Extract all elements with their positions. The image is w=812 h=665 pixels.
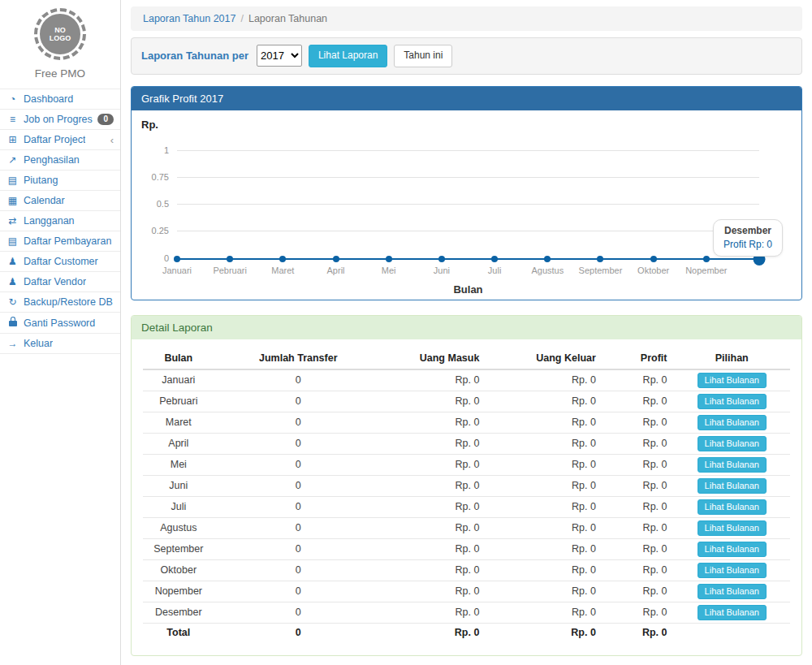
profit-chart: Rp. 1 0.75 0.5 0.25 0 JanuariPebruariMar… — [132, 110, 801, 300]
cell-uang-masuk: Rp. 0 — [382, 412, 486, 433]
cell-total-label: Total — [143, 623, 214, 642]
col-bulan: Bulan — [143, 348, 214, 369]
col-uang-keluar: Uang Keluar — [486, 348, 602, 369]
sidebar-item-daftar-pembayaran[interactable]: ▤ Daftar Pembayaran — [0, 231, 120, 252]
lihat-bulanan-button[interactable]: Lihat Bulanan — [698, 415, 767, 430]
cell-uang-masuk: Rp. 0 — [382, 581, 486, 602]
gridline — [177, 204, 759, 205]
cell-bulan: Januari — [143, 369, 214, 391]
sidebar-item-dashboard[interactable]: ◔ Dashboard — [0, 89, 120, 110]
data-point-agustus[interactable] — [544, 256, 551, 262]
data-point-januari[interactable] — [174, 256, 180, 262]
lihat-laporan-button[interactable]: Lihat Laporan — [309, 45, 387, 67]
table-row: Mei 0 Rp. 0 Rp. 0 Rp. 0 Lihat Bulanan — [143, 454, 790, 475]
x-tick-label: Oktober — [637, 266, 669, 275]
cell-uang-masuk: Rp. 0 — [382, 454, 486, 475]
breadcrumb-current: Laporan Tahunan — [248, 13, 327, 24]
profit-chart-panel: Grafik Profit 2017 Rp. 1 0.75 0.5 0.25 0… — [131, 86, 802, 300]
report-filter-bar: Laporan Tahunan per 2017 Lihat Laporan T… — [131, 37, 802, 75]
data-point-mei[interactable] — [386, 256, 392, 262]
table-row: Agustus 0 Rp. 0 Rp. 0 Rp. 0 Lihat Bulana… — [143, 517, 790, 538]
sign-out-icon: → — [6, 338, 19, 349]
cell-bulan: April — [143, 433, 214, 454]
cell-uang-keluar: Rp. 0 — [486, 475, 602, 496]
col-jumlah-transfer: Jumlah Transfer — [214, 348, 382, 369]
chart-grid: 1 0.75 0.5 0.25 0 — [141, 150, 792, 258]
lihat-bulanan-button[interactable]: Lihat Bulanan — [698, 542, 767, 557]
cell-profit: Rp. 0 — [603, 559, 674, 581]
y-tick-label: 0.5 — [141, 199, 169, 209]
cell-profit: Rp. 0 — [603, 369, 674, 391]
y-tick-label: 0 — [141, 253, 169, 263]
cell-total-profit: Rp. 0 — [603, 623, 674, 642]
lihat-bulanan-button[interactable]: Lihat Bulanan — [698, 563, 767, 578]
x-axis-title: Bulan — [177, 283, 759, 296]
chart-grid-row: 0.5 — [141, 204, 792, 231]
sidebar-item-calendar[interactable]: ▦ Calendar — [0, 191, 120, 211]
sidebar-item-label: Daftar Pembayaran — [24, 235, 111, 247]
lihat-bulanan-button[interactable]: Lihat Bulanan — [698, 584, 767, 599]
cell-bulan: Maret — [143, 412, 214, 433]
y-tick-label: 1 — [141, 145, 169, 155]
app-window: NO LOGO Free PMO ◔ Dashboard ≡ Job on Pr… — [0, 0, 812, 665]
sidebar-item-label: Piutang — [24, 175, 58, 186]
sidebar-item-label: Penghasilan — [24, 154, 80, 166]
cell-profit: Rp. 0 — [603, 538, 674, 559]
gridline — [177, 231, 759, 231]
data-point-oktober[interactable] — [650, 256, 657, 262]
cell-uang-masuk: Rp. 0 — [382, 496, 486, 517]
table-row: Juni 0 Rp. 0 Rp. 0 Rp. 0 Lihat Bulanan — [143, 475, 790, 496]
lihat-bulanan-button[interactable]: Lihat Bulanan — [698, 457, 767, 473]
sidebar-item-label: Ganti Password — [24, 317, 95, 329]
data-point-september[interactable] — [597, 256, 603, 262]
cell-uang-masuk: Rp. 0 — [382, 433, 486, 454]
data-point-maret[interactable] — [279, 256, 286, 262]
cell-bulan: Juli — [143, 496, 214, 517]
detail-report-panel: Detail Laporan Bulan Jumlah Transfer Uan… — [131, 315, 802, 657]
lihat-bulanan-button[interactable]: Lihat Bulanan — [698, 605, 767, 620]
lihat-bulanan-button[interactable]: Lihat Bulanan — [698, 499, 767, 515]
sidebar-item-piutang[interactable]: ▤ Piutang — [0, 171, 120, 191]
cell-profit: Rp. 0 — [603, 391, 674, 412]
cell-uang-masuk: Rp. 0 — [382, 602, 486, 623]
breadcrumb-link[interactable]: Laporan Tahun 2017 — [143, 13, 235, 24]
lihat-bulanan-button[interactable]: Lihat Bulanan — [698, 520, 767, 536]
data-point-april[interactable] — [333, 256, 339, 262]
sidebar-item-keluar[interactable]: → Keluar — [0, 334, 120, 354]
cell-jumlah-transfer: 0 — [214, 517, 382, 538]
chart-grid-row: 0.25 — [141, 231, 792, 257]
sidebar-item-penghasilan[interactable]: ↗ Penghasilan — [0, 150, 120, 171]
data-point-juni[interactable] — [438, 256, 445, 262]
year-select[interactable]: 2017 — [257, 45, 302, 67]
data-point-pebruari[interactable] — [227, 256, 233, 262]
cell-total-keluar: Rp. 0 — [486, 623, 602, 642]
tahun-ini-button[interactable]: Tahun ini — [394, 45, 452, 67]
data-point-juli[interactable] — [491, 256, 498, 262]
sidebar-item-daftar-vendor[interactable]: ♟ Daftar Vendor — [0, 272, 120, 292]
sidebar-item-langganan[interactable]: ⇄ Langganan — [0, 211, 120, 231]
cell-profit: Rp. 0 — [603, 496, 674, 517]
report-table: Bulan Jumlah Transfer Uang Masuk Uang Ke… — [143, 348, 790, 643]
lihat-bulanan-button[interactable]: Lihat Bulanan — [698, 436, 767, 451]
sidebar-item-job-on-progress[interactable]: ≡ Job on Progress 0 — [0, 110, 120, 130]
lihat-bulanan-button[interactable]: Lihat Bulanan — [698, 373, 767, 388]
cell-uang-masuk: Rp. 0 — [382, 369, 486, 391]
count-badge: 0 — [97, 114, 114, 125]
cell-bulan: September — [143, 538, 214, 559]
table-row: Juli 0 Rp. 0 Rp. 0 Rp. 0 Lihat Bulanan — [143, 496, 790, 517]
sidebar-item-daftar-project[interactable]: ⊞ Daftar Project ‹ — [0, 130, 120, 150]
cell-total-transfer: 0 — [214, 623, 382, 642]
sidebar-item-backup-restore-db[interactable]: ↻ Backup/Restore DB — [0, 292, 120, 313]
cell-uang-keluar: Rp. 0 — [486, 517, 602, 538]
cell-profit: Rp. 0 — [603, 412, 674, 433]
data-point-nopember[interactable] — [703, 256, 710, 262]
lihat-bulanan-button[interactable]: Lihat Bulanan — [698, 394, 767, 409]
users-icon: ♟ — [6, 256, 19, 267]
cell-jumlah-transfer: 0 — [214, 602, 382, 623]
sidebar-item-label: Langganan — [24, 215, 75, 227]
sidebar-item-daftar-customer[interactable]: ♟ Daftar Customer — [0, 252, 120, 272]
cell-jumlah-transfer: 0 — [214, 538, 382, 559]
x-tick-label: Mei — [382, 266, 396, 275]
lihat-bulanan-button[interactable]: Lihat Bulanan — [698, 478, 767, 494]
sidebar-item-ganti-password[interactable]: Ganti Password — [0, 313, 120, 334]
